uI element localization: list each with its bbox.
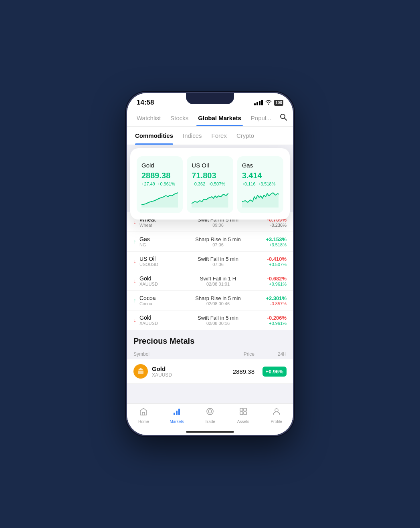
list-item[interactable]: ↓ Gold XAUUSD Swift Fall in 5 min 02/08 … [127, 310, 293, 330]
tab-watchlist[interactable]: Watchlist [135, 110, 162, 126]
item-change-primary: -0.682% [254, 276, 287, 282]
nav-label-markets: Markets [170, 419, 184, 424]
list-item-middle: Sharp Rise in 5 min 07:06 [182, 236, 254, 247]
usoil-card-changes: +0.362 +0.507% [192, 181, 228, 186]
item-time: 02/08 00:46 [182, 301, 254, 306]
svg-marker-3 [192, 193, 228, 208]
list-item[interactable]: ↓ US Oil USOUSD Swift Fall in 5 min 07:0… [127, 252, 293, 271]
svg-rect-6 [142, 412, 145, 415]
home-icon [139, 407, 148, 418]
nav-label-assets: Assets [237, 419, 249, 424]
list-item-left: ↓ US Oil USOUSD [133, 256, 182, 267]
bottom-nav: Home Markets Trade [127, 403, 293, 429]
svg-rect-9 [178, 409, 180, 415]
svg-point-11 [208, 410, 212, 413]
nav-item-assets[interactable]: Assets [226, 407, 260, 424]
table-header: Symbol Price 24H [127, 349, 293, 359]
list-item[interactable]: ↑ Gas NG Sharp Rise in 5 min 07:06 +3.15… [127, 232, 293, 252]
svg-point-17 [275, 409, 278, 412]
item-name: Gold [139, 275, 158, 282]
gas-card-price: 3.414 [242, 171, 279, 180]
gold-card[interactable]: Gold 2889.38 +27.49 +0.961% [137, 156, 183, 213]
svg-rect-5 [138, 371, 143, 374]
nav-item-profile[interactable]: Profile [260, 407, 293, 424]
sub-tab-commodities[interactable]: Commodities [135, 127, 173, 145]
svg-rect-13 [240, 408, 243, 411]
item-change-secondary: +0.961% [254, 321, 287, 326]
item-signal: Sharp Rise in 5 min [182, 295, 254, 301]
nav-item-trade[interactable]: Trade [194, 407, 227, 424]
arrow-up-icon: ↑ [133, 297, 136, 304]
nav-item-home[interactable]: Home [127, 407, 160, 424]
tab-global-markets[interactable]: Global Markets [196, 110, 243, 126]
col-symbol: Symbol [133, 351, 218, 357]
change-badge-gold: +0.96% [262, 367, 287, 377]
precious-item-gold[interactable]: Gold XAUUSD 2889.38 +0.96% [127, 359, 293, 384]
item-names: US Oil USOUSD [139, 256, 158, 267]
trade-icon [206, 407, 214, 418]
item-signal: Swift Fall in 5 min [182, 315, 254, 321]
list-item[interactable]: ↑ Cocoa Cocoa Sharp Rise in 5 min 02/08 … [127, 291, 293, 310]
wifi-icon [265, 100, 272, 106]
item-time: 02/08 00:16 [182, 321, 254, 326]
alert-list: ↓ Wheat Wheat Swift Fall in 5 min 09:06 … [127, 212, 293, 330]
item-name: US Oil [139, 256, 158, 262]
sub-tabs: Commodities Indices Forex Crypto [127, 127, 293, 145]
item-symbol: XAUUSD [139, 321, 158, 326]
usoil-mini-chart [192, 189, 228, 208]
nav-label-trade: Trade [205, 419, 215, 424]
gas-card[interactable]: Gas 3.414 +0.116 +3.518% [237, 156, 283, 213]
precious-change-gold: +0.96% [254, 367, 287, 377]
usoil-card[interactable]: US Oil 71.803 +0.362 +0.507% [187, 156, 233, 213]
tab-popular[interactable]: Popul... [249, 110, 273, 126]
item-signal: Swift Fall in 1 H [182, 276, 254, 282]
list-item-right: -0.206% +0.961% [254, 315, 287, 326]
item-name: Gas [139, 236, 150, 242]
svg-rect-8 [176, 411, 178, 415]
precious-symbol-gold: XAUUSD [152, 372, 218, 378]
item-change-secondary: +3.518% [254, 242, 287, 247]
sub-tab-forex[interactable]: Forex [212, 127, 227, 145]
list-item-right: -0.410% +0.507% [254, 256, 287, 267]
list-item-right: +3.153% +3.518% [254, 236, 287, 247]
item-signal: Swift Fall in 5 min [182, 256, 254, 262]
gold-icon [133, 364, 148, 379]
section-title: Precious Metals [133, 337, 287, 346]
item-symbol: Cocoa [139, 301, 155, 306]
gold-card-changes: +27.49 +0.961% [141, 181, 178, 186]
usoil-card-name: US Oil [192, 162, 228, 169]
profile-icon [272, 407, 281, 418]
svg-rect-15 [240, 412, 243, 415]
list-item-middle: Swift Fall in 5 min 02/08 00:16 [182, 315, 254, 326]
precious-info-gold: Gold XAUUSD [152, 365, 218, 378]
arrow-up-icon: ↑ [133, 238, 136, 245]
svg-rect-14 [244, 408, 246, 411]
phone-screen: 14:58 100 Watchlist Stocks Globa [127, 93, 293, 435]
tab-stocks[interactable]: Stocks [169, 110, 190, 126]
content-area[interactable]: Gold 2889.38 +27.49 +0.961% US Oil 71.8 [127, 145, 293, 403]
search-icon[interactable] [279, 113, 287, 123]
item-name: Cocoa [139, 295, 155, 301]
list-item-middle: Swift Fall in 1 H 02/08 01:01 [182, 276, 254, 286]
nav-label-profile: Profile [271, 419, 282, 424]
assets-icon [239, 407, 248, 418]
gold-card-price: 2889.38 [141, 171, 178, 180]
item-symbol: USOUSD [139, 262, 158, 267]
nav-item-markets[interactable]: Markets [160, 407, 194, 424]
item-time: 07:06 [182, 242, 254, 247]
item-name: Gold [139, 314, 158, 321]
item-change-secondary: -0.857% [254, 301, 287, 306]
home-bar [127, 429, 293, 435]
item-time: 02/08 01:01 [182, 282, 254, 286]
arrow-down-icon: ↓ [133, 278, 136, 284]
item-symbol: XAUUSD [139, 282, 158, 286]
list-item-left: ↓ Gold XAUUSD [133, 275, 182, 286]
gas-card-changes: +0.116 +3.518% [242, 181, 279, 186]
sub-tab-crypto[interactable]: Crypto [236, 127, 254, 145]
precious-price-gold: 2889.38 [218, 368, 254, 375]
item-time: 07:06 [182, 262, 254, 267]
list-item[interactable]: ↓ Gold XAUUSD Swift Fall in 1 H 02/08 01… [127, 271, 293, 291]
sub-tab-indices[interactable]: Indices [183, 127, 202, 145]
phone-frame: 14:58 100 Watchlist Stocks Globa [126, 92, 294, 436]
gas-mini-chart [242, 189, 279, 208]
